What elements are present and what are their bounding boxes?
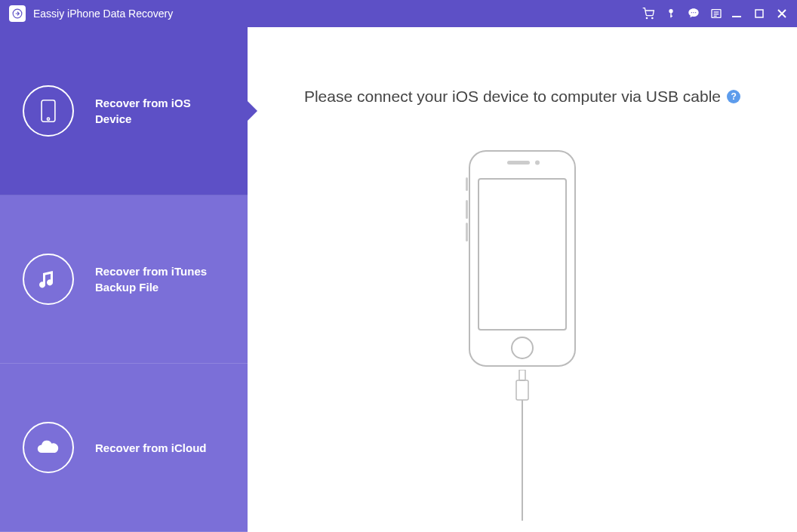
svg-rect-26 (466, 223, 468, 241)
svg-rect-20 (479, 179, 566, 330)
svg-rect-19 (469, 151, 575, 366)
svg-rect-24 (466, 177, 468, 191)
svg-rect-28 (516, 380, 528, 400)
chat-icon[interactable] (687, 7, 700, 20)
svg-rect-4 (670, 13, 671, 18)
sidebar: Recover from iOS Device Recover from iTu… (0, 27, 248, 532)
svg-rect-27 (519, 370, 525, 380)
svg-point-2 (652, 17, 653, 18)
svg-point-22 (535, 161, 540, 165)
app-logo (9, 5, 26, 22)
cart-icon[interactable] (642, 7, 655, 20)
sidebar-item-label: Recover from iCloud (95, 440, 207, 456)
sidebar-item-label: Recover from iOS Device (95, 95, 216, 127)
phone-icon (23, 85, 74, 137)
svg-rect-14 (755, 10, 763, 17)
help-icon[interactable]: ? (727, 90, 740, 103)
svg-point-18 (47, 118, 49, 120)
svg-point-3 (669, 9, 672, 13)
sidebar-item-itunes-backup[interactable]: Recover from iTunes Backup File (0, 195, 248, 364)
maximize-button[interactable] (753, 8, 765, 20)
svg-rect-21 (507, 161, 530, 165)
music-icon (23, 254, 74, 305)
window-controls (731, 8, 788, 20)
content-heading: Please connect your iOS device to comput… (304, 88, 740, 106)
main-container: Recover from iOS Device Recover from iTu… (0, 27, 797, 532)
svg-rect-5 (670, 16, 672, 17)
sidebar-item-label: Recover from iTunes Backup File (95, 263, 216, 295)
svg-rect-25 (466, 200, 468, 219)
svg-point-6 (691, 12, 692, 13)
svg-point-1 (646, 17, 647, 18)
cloud-icon (23, 422, 74, 473)
sidebar-item-ios-device[interactable]: Recover from iOS Device (0, 27, 248, 195)
key-icon[interactable] (664, 7, 678, 20)
close-button[interactable] (776, 8, 788, 20)
phone-illustration (462, 147, 583, 374)
titlebar: Eassiy iPhone Data Recovery (0, 0, 797, 27)
content-area: Please connect your iOS device to comput… (248, 27, 797, 532)
app-title: Eassiy iPhone Data Recovery (33, 8, 173, 20)
sidebar-item-icloud[interactable]: Recover from iCloud (0, 364, 248, 532)
heading-text: Please connect your iOS device to comput… (304, 88, 721, 106)
svg-point-23 (512, 337, 533, 358)
svg-point-7 (693, 12, 694, 13)
menu-icon[interactable] (709, 7, 723, 20)
cable-illustration (515, 370, 530, 521)
minimize-button[interactable] (731, 8, 743, 20)
svg-point-8 (695, 12, 696, 13)
svg-rect-17 (42, 100, 55, 121)
device-illustration (462, 147, 583, 521)
titlebar-actions (642, 7, 723, 20)
